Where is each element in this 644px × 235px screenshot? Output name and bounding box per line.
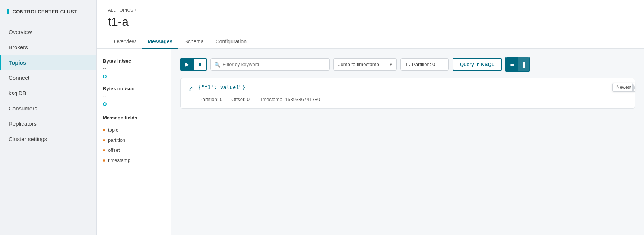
bytes-out-sec-label: Bytes out/sec xyxy=(103,86,165,91)
bar-view-button[interactable] xyxy=(518,57,529,71)
sidebar-item-consumers[interactable]: Consumers xyxy=(0,101,96,116)
left-panel: Bytes in/sec -- Bytes out/sec -- Message… xyxy=(97,49,171,235)
breadcrumb-all-topics[interactable]: ALL TOPICS xyxy=(108,8,133,12)
content-area: Bytes in/sec -- Bytes out/sec -- Message… xyxy=(97,49,644,235)
sidebar-item-connect[interactable]: Connect xyxy=(0,70,96,85)
pause-icon xyxy=(198,62,202,67)
search-icon: 🔍 xyxy=(214,62,220,67)
tabs-bar: Overview Messages Schema Configuration xyxy=(97,35,644,49)
bar-icon xyxy=(521,62,525,68)
list-item: partition xyxy=(103,135,165,145)
bullet-icon xyxy=(103,159,105,162)
list-item: topic xyxy=(103,125,165,135)
jump-select-wrap: Jump to timestamp Jump to offset Jump to… xyxy=(333,58,397,70)
sidebar-nav: Overview Brokers Topics Connect ksqlDB C… xyxy=(0,21,96,235)
messages-toolbar: 🔍 Jump to timestamp Jump to offset Jump … xyxy=(180,57,635,72)
tab-schema[interactable]: Schema xyxy=(178,35,209,49)
bytes-in-indicator xyxy=(103,75,107,78)
bytes-out-indicator xyxy=(103,102,107,106)
tab-overview[interactable]: Overview xyxy=(108,35,142,49)
list-item: offset xyxy=(103,145,165,155)
sidebar-item-topics[interactable]: Topics xyxy=(0,55,96,70)
timestamp-meta: Timestamp: 1589336741780 xyxy=(258,97,320,102)
offset-meta: Offset: 0 xyxy=(231,97,250,102)
sidebar-item-cluster-settings[interactable]: Cluster settings xyxy=(0,131,96,147)
filter-input[interactable] xyxy=(210,58,330,70)
bullet-icon xyxy=(103,139,105,141)
pause-button[interactable] xyxy=(194,59,206,70)
field-offset: offset xyxy=(108,147,120,153)
main-content: ALL TOPICS › t1-a Overview Messages Sche… xyxy=(97,0,644,235)
field-topic: topic xyxy=(108,127,118,133)
bytes-out-sec-section: Bytes out/sec -- xyxy=(103,86,165,113)
field-list: topic partition offset timestamp xyxy=(103,125,165,165)
field-timestamp: timestamp xyxy=(108,157,130,163)
list-item: timestamp xyxy=(103,155,165,165)
bytes-out-sec-value: -- xyxy=(103,93,165,98)
sidebar-item-brokers[interactable]: Brokers xyxy=(0,40,96,55)
breadcrumb-separator: › xyxy=(135,7,136,13)
sidebar-brand: CONTROLCENTER.CLUST... xyxy=(12,9,81,15)
filter-input-wrap: 🔍 xyxy=(210,58,330,70)
tab-messages[interactable]: Messages xyxy=(142,35,178,49)
sidebar-item-overview[interactable]: Overview xyxy=(0,24,96,40)
page-title: t1-a xyxy=(108,15,633,29)
brand-accent xyxy=(7,9,9,14)
play-pause-group xyxy=(180,58,207,71)
message-meta: Partition: 0 Offset: 0 Timestamp: 158933… xyxy=(188,97,627,102)
message-fields-section: Message fields topic partition offset xyxy=(103,115,165,165)
message-card: ⤢ {"f1":"value1"} Partition: 0 Offset: 0… xyxy=(180,78,635,109)
message-fields-title: Message fields xyxy=(103,115,165,120)
breadcrumb: ALL TOPICS › xyxy=(108,7,633,13)
main-header: ALL TOPICS › t1-a xyxy=(97,0,644,35)
list-icon xyxy=(510,60,514,68)
sidebar-item-ksqldb[interactable]: ksqlDB xyxy=(0,85,96,101)
bullet-icon xyxy=(103,149,105,151)
expand-icon[interactable]: ⤢ xyxy=(188,85,193,92)
message-card-header: ⤢ {"f1":"value1"} xyxy=(188,84,627,92)
jump-to-select[interactable]: Jump to timestamp Jump to offset Jump to… xyxy=(333,58,397,70)
field-partition: partition xyxy=(108,137,125,143)
sidebar-header: CONTROLCENTER.CLUST... xyxy=(0,0,96,21)
right-panel: 🔍 Jump to timestamp Jump to offset Jump … xyxy=(171,49,644,235)
view-toggle xyxy=(505,57,529,72)
bullet-icon xyxy=(103,129,105,131)
bytes-in-sec-section: Bytes in/sec -- xyxy=(103,58,165,86)
newest-badge: Newest xyxy=(612,83,635,92)
sidebar-item-replicators[interactable]: Replicators xyxy=(0,116,96,131)
bytes-in-sec-label: Bytes in/sec xyxy=(103,58,165,64)
sidebar: CONTROLCENTER.CLUST... Overview Brokers … xyxy=(0,0,97,235)
list-view-button[interactable] xyxy=(506,57,518,71)
tab-configuration[interactable]: Configuration xyxy=(210,35,253,49)
message-value: {"f1":"value1"} xyxy=(198,84,245,90)
partition-meta: Partition: 0 xyxy=(199,97,222,102)
play-button[interactable] xyxy=(181,59,194,70)
query-in-ksql-button[interactable]: Query in KSQL xyxy=(453,58,502,71)
bytes-in-sec-value: -- xyxy=(103,65,165,71)
play-icon xyxy=(185,62,189,67)
partition-input[interactable] xyxy=(400,58,449,70)
